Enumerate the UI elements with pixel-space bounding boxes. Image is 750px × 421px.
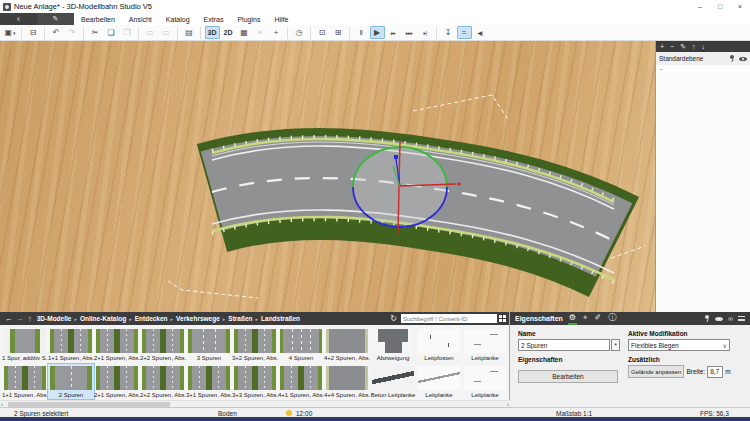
volume-icon[interactable]: ◀) xyxy=(473,26,488,39)
layer-item[interactable]: Standardebene xyxy=(656,52,750,65)
pause-icon[interactable]: ‖ xyxy=(354,26,369,39)
viewport-3d[interactable] xyxy=(0,41,655,312)
modification-select[interactable]: Flexibles Biegen ∨ xyxy=(628,339,730,351)
catalog-item[interactable]: 4+1 Spuren, Abs... xyxy=(278,364,324,399)
catalog-item[interactable]: 4+4 Spuren, Abs... xyxy=(324,364,370,399)
catalog-item[interactable]: 2+1 Spuren, Abs... xyxy=(94,327,140,362)
visibility-icon[interactable] xyxy=(715,315,723,322)
up-icon[interactable]: ↑ xyxy=(26,314,34,323)
layer-visibility-icon[interactable] xyxy=(739,55,747,62)
breadcrumb-separator: ▸ xyxy=(74,316,77,322)
event-window-icon[interactable]: ⊡ xyxy=(315,26,330,39)
maximize-button[interactable]: □ xyxy=(710,0,730,13)
catalog-item[interactable]: 3 Spuren xyxy=(186,327,232,362)
menu-item-ansicht[interactable]: Ansicht xyxy=(122,13,159,25)
view-2d-button[interactable]: 2D xyxy=(221,26,236,39)
speed-icon[interactable]: = xyxy=(457,26,472,39)
close-button[interactable]: × xyxy=(730,0,750,13)
breadcrumb-entdecken[interactable]: Entdecken xyxy=(134,315,169,322)
back-button[interactable]: ‹ xyxy=(0,13,37,25)
catalog-item[interactable]: 2 Spuren xyxy=(48,364,94,399)
paste-icon[interactable]: ❐ xyxy=(120,26,135,39)
minimize-button[interactable]: – xyxy=(690,0,710,13)
breadcrumb-verkehrswege[interactable]: Verkehrswege xyxy=(175,315,221,322)
layer-pin-icon[interactable] xyxy=(729,55,735,62)
properties-tab-icon[interactable]: ⚙ xyxy=(568,312,577,325)
move-layer-up-icon[interactable]: ↑ xyxy=(692,43,696,50)
skip-end-icon[interactable]: ▸| xyxy=(418,26,433,39)
catalog-item-label: Leitplanke xyxy=(462,391,508,399)
breadcrumb-online-katalog[interactable]: Online-Katalog xyxy=(79,315,127,322)
catalog-item[interactable]: 1 Spur, additiv S... xyxy=(2,327,48,362)
menu-item-katalog[interactable]: Katalog xyxy=(159,13,197,25)
catalog-item[interactable]: 4+2 Spuren, Abs... xyxy=(324,327,370,362)
add-object-icon[interactable]: + xyxy=(269,26,284,39)
print-icon[interactable]: ⊟ xyxy=(26,26,41,39)
signal-icon[interactable]: ⌖ xyxy=(253,26,268,39)
editor-window-icon[interactable]: ⊞ xyxy=(331,26,346,39)
pin-icon[interactable] xyxy=(704,315,710,322)
info-tab-icon[interactable]: ⓘ xyxy=(607,312,617,325)
grid-icon[interactable]: ▦ xyxy=(237,26,252,39)
catalog-item[interactable]: Leitpfosten xyxy=(416,327,462,362)
catalog-scrollbar[interactable]: ‹ › xyxy=(0,400,510,407)
catalog-item[interactable]: 2+2 Spuren, Abs... xyxy=(140,364,186,399)
back-icon[interactable]: ← xyxy=(3,314,15,323)
play-icon[interactable]: ▶ xyxy=(370,26,385,39)
catalog-item-thumbnail xyxy=(96,329,138,353)
edit-mode-button[interactable]: ✎ xyxy=(37,13,74,25)
search-input[interactable] xyxy=(401,314,497,323)
add-layer-icon[interactable]: + xyxy=(660,43,664,50)
menu-item-hilfe[interactable]: Hilfe xyxy=(267,13,295,25)
catalog-item[interactable]: 2+2 Spuren, Abs... xyxy=(140,327,186,362)
link-icon[interactable]: ∞ xyxy=(728,315,733,322)
refresh-icon[interactable]: ↻ xyxy=(388,314,399,323)
catalog-item[interactable]: Abzweigung xyxy=(370,327,416,362)
time-icon[interactable]: ◷ xyxy=(292,26,307,39)
menu-item-bearbeiten[interactable]: Bearbeiten xyxy=(74,13,122,25)
catalog-item[interactable]: 1+1 Spuren, Abs... xyxy=(48,327,94,362)
name-script-button[interactable]: * xyxy=(611,339,620,351)
cut-icon[interactable]: ✂ xyxy=(88,26,103,39)
save-icon[interactable]: ▣▾ xyxy=(3,26,18,39)
breadcrumb-straßen[interactable]: Straßen xyxy=(227,315,253,322)
panel-menu-icon[interactable] xyxy=(738,316,745,321)
bearbeiten-button[interactable]: Bearbeiten xyxy=(518,370,618,383)
name-input[interactable] xyxy=(518,339,610,351)
object-list-icon[interactable]: ▤ xyxy=(182,26,197,39)
toolbar-separator xyxy=(436,27,437,39)
breite-input[interactable] xyxy=(707,366,723,378)
fast-forward-icon[interactable]: ▸▸ xyxy=(386,26,401,39)
remove-layer-icon[interactable]: − xyxy=(670,43,674,50)
rename-layer-icon[interactable]: ✎ xyxy=(680,43,686,50)
catalog-item[interactable]: 3+3 Spuren, Abs... xyxy=(232,364,278,399)
catalog-item[interactable]: 3+1 Spuren, Abs... xyxy=(186,364,232,399)
scene[interactable] xyxy=(0,41,655,312)
catalog-item[interactable]: Leitplanke xyxy=(416,364,462,399)
fastest-forward-icon[interactable]: ▸▸▸ xyxy=(402,26,417,39)
breadcrumb-landstraßen[interactable]: Landstraßen xyxy=(260,315,301,322)
undo-icon[interactable]: ↶ xyxy=(49,26,64,39)
catalog-item[interactable]: 2+1 Spuren, Abs... xyxy=(94,364,140,399)
view-grid-icon[interactable] xyxy=(499,315,506,322)
gelande-anpassen-button[interactable]: Gelände anpassen xyxy=(628,365,684,378)
catalog-item[interactable]: 1+1 Spuren, Abs... xyxy=(2,364,48,399)
record-icon[interactable]: ↧ xyxy=(441,26,456,39)
animations-tab-icon[interactable]: ⌖ xyxy=(582,312,589,325)
select-rect-icon[interactable]: ▭ xyxy=(143,26,158,39)
catalog-item[interactable]: 3+2 Spuren, Abs... xyxy=(232,327,278,362)
menu-item-plugins[interactable]: Plugins xyxy=(230,13,267,25)
forward-icon[interactable]: → xyxy=(15,314,27,323)
view-3d-button[interactable]: 3D xyxy=(205,26,220,39)
copy-icon[interactable]: ❏ xyxy=(104,26,119,39)
select-add-icon[interactable]: ▭ xyxy=(159,26,174,39)
redo-icon[interactable]: ↷ xyxy=(65,26,80,39)
catalog-item[interactable]: Leitplanke xyxy=(462,327,508,362)
catalog-item[interactable]: Leitplanke xyxy=(462,364,508,399)
catalog-item[interactable]: 4 Spuren xyxy=(278,327,324,362)
appearance-tab-icon[interactable]: ✐ xyxy=(594,312,603,325)
catalog-item[interactable]: Beton Leitplanke xyxy=(370,364,416,399)
move-layer-down-icon[interactable]: ↓ xyxy=(702,43,706,50)
breadcrumb-3d-modelle[interactable]: 3D-Modelle xyxy=(36,315,73,322)
menu-item-extras[interactable]: Extras xyxy=(197,13,231,25)
